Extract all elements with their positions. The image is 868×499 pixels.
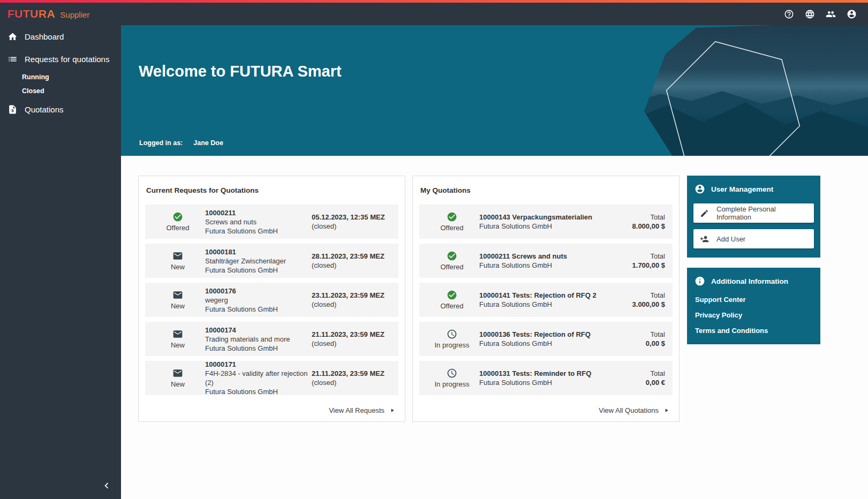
rfq-description: Trading materials and more — [205, 335, 308, 344]
sidebar-item-quotations[interactable]: $ Quotations — [0, 98, 121, 120]
brand-name: FUTURA — [7, 7, 55, 20]
mail-icon — [172, 368, 183, 379]
mail-icon — [172, 290, 183, 300]
view-all-requests-link[interactable]: View All Requests — [145, 400, 398, 419]
rfq-deadline: 05.12.2023, 12:35 MEZ — [312, 213, 393, 222]
status-badge: In progress — [434, 380, 469, 388]
sidebar-item-requests-for-quotations[interactable]: Requests for quotations — [0, 48, 121, 70]
status-badge: Offered — [166, 224, 189, 232]
quotation-row[interactable]: In progress 10000131 Tests: Reminder to … — [419, 361, 673, 395]
add-user-button[interactable]: Add User — [693, 229, 814, 248]
person-add-icon — [700, 235, 709, 244]
logged-in-label: Logged in as: — [139, 139, 183, 147]
rfq-row[interactable]: New 10000181 Stahlträger Zwischenlager F… — [145, 244, 398, 278]
quotation-title: 10000211 Screws and nuts — [479, 252, 608, 261]
status-badge: New — [171, 341, 185, 349]
rfq-id: 10000181 — [205, 247, 308, 256]
rfq-row[interactable]: New 10000171 F4H-2834 - validity after r… — [145, 361, 398, 395]
quotation-company: Futura Solutions GmbH — [479, 300, 608, 309]
status-badge: New — [171, 263, 185, 271]
rfq-id: 10000174 — [205, 326, 308, 335]
quotation-company: Futura Solutions GmbH — [479, 222, 608, 231]
quotation-company: Futura Solutions GmbH — [479, 261, 608, 270]
quotation-title: 10000136 Tests: Rejection of RFQ — [479, 330, 608, 339]
rfq-deadline-note: (closed) — [312, 222, 393, 231]
total-amount: 0,00 $ — [612, 339, 665, 348]
requests-card: Current Requests for Quotations Offered … — [138, 176, 405, 422]
rfq-company: Futura Solutions GmbH — [205, 387, 308, 396]
total-amount: 0,00 € — [612, 378, 665, 387]
rfq-company: Futura Solutions GmbH — [205, 266, 308, 275]
user-management-title: User Management — [711, 185, 773, 193]
requests-card-title: Current Requests for Quotations — [145, 183, 398, 205]
list-icon — [7, 54, 18, 64]
total-label: Total — [612, 213, 665, 222]
status-badge: In progress — [434, 341, 469, 349]
mail-icon — [172, 329, 183, 339]
language-globe-icon[interactable] — [803, 7, 817, 21]
account-circle-icon — [695, 184, 705, 194]
support-center-link[interactable]: Support Center — [695, 296, 812, 304]
rfq-deadline-note: (closed) — [312, 339, 393, 348]
quotation-title: 10000131 Tests: Reminder to RFQ — [479, 369, 608, 378]
rfq-row[interactable]: New 10000176 wegerg Futura Solutions Gmb… — [145, 283, 398, 317]
terms-and-conditions-link[interactable]: Terms and Conditions — [695, 327, 812, 335]
quotation-row[interactable]: Offered 10000141 Tests: Rejection of RFQ… — [419, 283, 673, 317]
chevron-left-icon — [101, 480, 112, 492]
clock-icon — [447, 329, 457, 339]
logged-in-status: Logged in as: Jane Doe — [139, 139, 223, 147]
info-icon — [695, 276, 705, 286]
total-label: Total — [612, 252, 665, 261]
status-badge: Offered — [440, 224, 463, 232]
quotation-company: Futura Solutions GmbH — [479, 378, 608, 387]
view-all-quotations-link[interactable]: View All Quotations — [419, 400, 673, 419]
hexagon-outline — [661, 32, 805, 156]
rfq-description: Stahlträger Zwischenlager — [205, 256, 308, 266]
rfq-deadline: 21.11.2023, 23:59 MEZ — [312, 330, 393, 339]
total-label: Total — [612, 369, 665, 378]
quotation-row[interactable]: Offered 10000143 Verpackungsmaterialien … — [419, 205, 673, 239]
rfq-row[interactable]: Offered 10000211 Screws and nuts Futura … — [145, 205, 398, 239]
quotation-row[interactable]: In progress 10000136 Tests: Rejection of… — [419, 322, 673, 356]
arrow-right-icon — [663, 407, 669, 413]
quotation-row[interactable]: Offered 10000211 Screws and nuts Futura … — [419, 244, 673, 278]
banner-artwork — [632, 25, 868, 156]
sidebar-subitem-closed[interactable]: Closed — [0, 84, 121, 98]
checkmark-circle-icon — [447, 251, 457, 261]
sidebar-item-dashboard[interactable]: Dashboard — [0, 25, 121, 48]
header-icon-group — [782, 7, 858, 21]
quotations-card: My Quotations Offered 10000143 Verpackun… — [412, 176, 680, 422]
privacy-policy-link[interactable]: Privacy Policy — [695, 311, 812, 319]
additional-information-title: Additional Information — [711, 277, 788, 285]
account-icon[interactable] — [844, 7, 858, 21]
complete-personal-information-button[interactable]: Complete Personal Information — [693, 203, 814, 223]
sidebar-collapse-button[interactable] — [100, 479, 114, 493]
rfq-id: 10000176 — [205, 286, 308, 296]
quotations-card-title: My Quotations — [419, 183, 673, 205]
rfq-deadline-note: (closed) — [312, 378, 393, 387]
page-title: Welcome to FUTURA Smart — [139, 63, 342, 80]
main-sidebar: Dashboard Requests for quotations Runnin… — [0, 25, 121, 499]
home-icon — [7, 32, 18, 42]
community-icon[interactable] — [824, 7, 837, 21]
sidebar-subitem-running[interactable]: Running — [0, 70, 121, 84]
help-icon[interactable] — [782, 7, 796, 21]
rfq-row[interactable]: New 10000174 Trading materials and more … — [145, 322, 398, 356]
quote-document-icon: $ — [7, 104, 18, 115]
rfq-id: 10000211 — [205, 208, 308, 217]
rfq-company: Futura Solutions GmbH — [205, 344, 308, 353]
app-header: FUTURA Supplier — [0, 3, 868, 25]
rfq-deadline-note: (closed) — [312, 261, 393, 270]
status-badge: Offered — [440, 302, 463, 310]
total-amount: 1.700,00 $ — [612, 261, 665, 270]
checkmark-circle-icon — [172, 211, 183, 222]
svg-text:$: $ — [11, 108, 14, 113]
status-badge: New — [171, 380, 185, 388]
welcome-banner: Welcome to FUTURA Smart Logged in as: Ja… — [121, 25, 868, 156]
rfq-description: wegerg — [205, 296, 308, 305]
total-amount: 8.000,00 $ — [612, 222, 665, 231]
additional-information-card: Additional Information Support Center Pr… — [687, 268, 820, 344]
user-management-card: User Management Complete Personal Inform… — [687, 176, 820, 258]
arrow-right-icon — [389, 407, 395, 413]
brand-suffix: Supplier — [60, 10, 89, 19]
